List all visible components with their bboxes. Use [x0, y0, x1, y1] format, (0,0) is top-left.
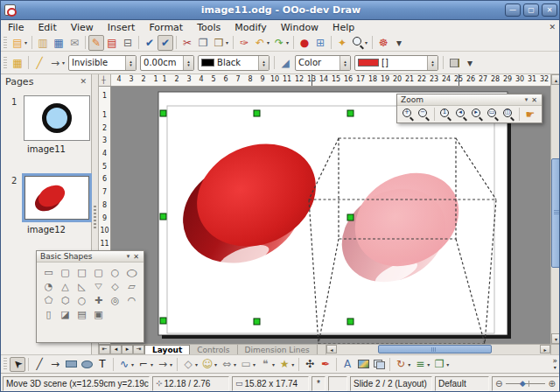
- styles-grid-button[interactable]: ▦: [10, 55, 25, 71]
- new-document-button[interactable]: ▤▾: [10, 35, 29, 51]
- export-as-pdf-button[interactable]: ▤: [104, 35, 120, 51]
- scroll-right-button[interactable]: ▸: [540, 345, 550, 354]
- scroll-left-button[interactable]: ◂: [326, 345, 337, 354]
- line-width-spinner[interactable]: 0.00cm ▴▾: [140, 55, 194, 71]
- toolbar-overflow-button[interactable]: »▾: [552, 358, 557, 370]
- zoom-in-button[interactable]: +: [400, 107, 416, 122]
- menu-help[interactable]: Help: [326, 21, 361, 34]
- cylinder-button[interactable]: ▯: [40, 307, 57, 321]
- clone-formatting-button[interactable]: ✑: [236, 35, 252, 51]
- connector-dropdown[interactable]: ▾: [150, 361, 153, 368]
- trapezoid-button[interactable]: ▽: [90, 279, 107, 293]
- page-thumbnail-2[interactable]: [24, 176, 89, 220]
- zoom-next-button[interactable]: ▸: [469, 107, 485, 122]
- menu-file[interactable]: File: [1, 21, 31, 34]
- display-grid-button[interactable]: ⊞: [312, 35, 328, 51]
- rounded-square-button[interactable]: ▢: [90, 265, 107, 279]
- block-arrows-dropdown[interactable]: ▾: [234, 361, 236, 368]
- line-dialog-button[interactable]: ╱: [32, 55, 47, 71]
- zoom-palette-titlebar[interactable]: Zoom ▾ ✕: [397, 94, 542, 106]
- edit-points-button[interactable]: ✣: [302, 357, 318, 372]
- redo-button[interactable]: ↷▾: [271, 35, 290, 51]
- insert-picture-button[interactable]: [355, 357, 371, 372]
- print-button[interactable]: ⊟: [120, 35, 136, 51]
- square-button[interactable]: □: [74, 265, 90, 279]
- spinner-icon[interactable]: ▴▾: [340, 56, 350, 70]
- basic-shapes-titlebar[interactable]: Basic Shapes ▾ ✕: [37, 251, 144, 262]
- toolbar-grip[interactable]: [4, 57, 7, 69]
- pages-panel-close-icon[interactable]: ✕: [80, 77, 87, 86]
- menu-window[interactable]: Window: [274, 21, 326, 34]
- stars-button[interactable]: ★▾: [276, 357, 296, 372]
- navigator-button[interactable]: ✦: [334, 35, 350, 51]
- last-page-nav-button[interactable]: ⇥: [133, 345, 144, 354]
- block-arc-button[interactable]: ◠: [123, 293, 140, 307]
- scroll-up-button[interactable]: ▴: [551, 74, 560, 85]
- save-button[interactable]: ▦: [51, 35, 66, 51]
- arrowheads-dropdown[interactable]: ▾: [62, 60, 65, 66]
- zoom-out-button[interactable]: −: [416, 107, 431, 122]
- menu-format[interactable]: Format: [142, 21, 190, 34]
- menu-view[interactable]: View: [64, 21, 101, 34]
- toolbar-options-button[interactable]: ▾: [391, 35, 407, 51]
- curve-button[interactable]: ∿▾: [116, 357, 136, 372]
- status-page-style[interactable]: Default: [435, 376, 489, 391]
- spinner-icon[interactable]: ▴▾: [125, 56, 136, 70]
- flowcharts-button[interactable]: ▭▾: [238, 357, 257, 372]
- line-button[interactable]: ╱: [32, 357, 47, 372]
- cut-button[interactable]: ✂: [179, 35, 195, 51]
- fill-type-combo[interactable]: Color ▴▾: [295, 55, 351, 71]
- right-triangle-button[interactable]: ◺: [74, 279, 90, 293]
- zoom-slider-thumb[interactable]: ◆: [520, 379, 526, 388]
- diamond-button[interactable]: ◇: [107, 279, 123, 293]
- open-button[interactable]: ▥: [35, 35, 51, 51]
- next-page-nav-button[interactable]: ▸: [122, 345, 133, 354]
- rectangle-button[interactable]: ▭: [40, 265, 57, 279]
- symbol-shapes-dropdown[interactable]: ▾: [214, 361, 217, 368]
- help-button[interactable]: ☸: [375, 35, 391, 51]
- menu-edit[interactable]: Edit: [31, 21, 63, 34]
- copy-button[interactable]: ❐: [195, 35, 211, 51]
- arrange-button[interactable]: ❐▾: [431, 357, 451, 372]
- close-button-button[interactable]: ✕: [542, 4, 557, 17]
- rounded-rectangle-button[interactable]: ▢: [57, 265, 74, 279]
- horizontal-scrollbar[interactable]: ◂ ▸: [326, 345, 550, 354]
- regular-pentagon-button[interactable]: ⬠: [40, 293, 57, 307]
- undo-dropdown[interactable]: ▾: [267, 39, 270, 46]
- lines-and-arrows-button[interactable]: →▾: [155, 357, 174, 372]
- gallery-button[interactable]: [371, 357, 387, 372]
- new-document-dropdown[interactable]: ▾: [24, 39, 27, 46]
- text-tool-button[interactable]: T: [94, 357, 110, 372]
- glue-points-button[interactable]: ✒: [318, 357, 333, 372]
- circle-pie-button[interactable]: ◔: [40, 279, 57, 293]
- alignment-dropdown[interactable]: ▾: [427, 361, 430, 368]
- title-bar[interactable]: image11.odg - OOo-dev Draw —▢✕: [1, 1, 560, 20]
- arrowheads-button[interactable]: →▾: [47, 55, 66, 71]
- menu-modify[interactable]: Modify: [228, 21, 273, 34]
- horizontal-scroll-thumb[interactable]: [378, 345, 492, 354]
- octagon-button[interactable]: ○: [74, 293, 90, 307]
- undo-button[interactable]: ↶▾: [252, 35, 271, 51]
- menu-insert[interactable]: Insert: [101, 21, 143, 34]
- status-slide-indicator[interactable]: Slide 2 / 2 (Layout): [350, 376, 432, 391]
- circle-button[interactable]: ○: [107, 265, 123, 279]
- paste-button[interactable]: ❒▾: [211, 35, 230, 51]
- first-page-nav-button[interactable]: ⇤: [99, 345, 110, 354]
- tab-dimension-lines[interactable]: Dimension Lines: [238, 345, 318, 354]
- page-thumbnail-1[interactable]: [24, 95, 90, 141]
- toolbar-grip[interactable]: [4, 358, 7, 370]
- symbol-shapes-button[interactable]: ☺▾: [200, 357, 219, 372]
- spinner-icon[interactable]: ▴▾: [427, 56, 438, 70]
- palette-close-icon[interactable]: ✕: [530, 96, 538, 104]
- toolbar-more-button[interactable]: ▾: [462, 55, 478, 71]
- parallelogram-button[interactable]: ▱: [123, 279, 140, 293]
- auto-spellcheck-button[interactable]: ✔: [158, 35, 173, 51]
- area-dialog-button[interactable]: ◢: [277, 55, 293, 71]
- zoom-100-percent-button[interactable]: 1: [438, 107, 453, 122]
- select-button[interactable]: ➤: [10, 357, 25, 372]
- document-as-email-button[interactable]: ✉: [66, 35, 82, 51]
- vertical-scrollbar[interactable]: ▴ ▾: [550, 74, 560, 344]
- redo-dropdown[interactable]: ▾: [286, 39, 289, 46]
- horizontal-ruler[interactable]: 4321 12345678910111213141516171819202122…: [99, 74, 550, 87]
- shift-pan-button[interactable]: ☛: [522, 107, 538, 122]
